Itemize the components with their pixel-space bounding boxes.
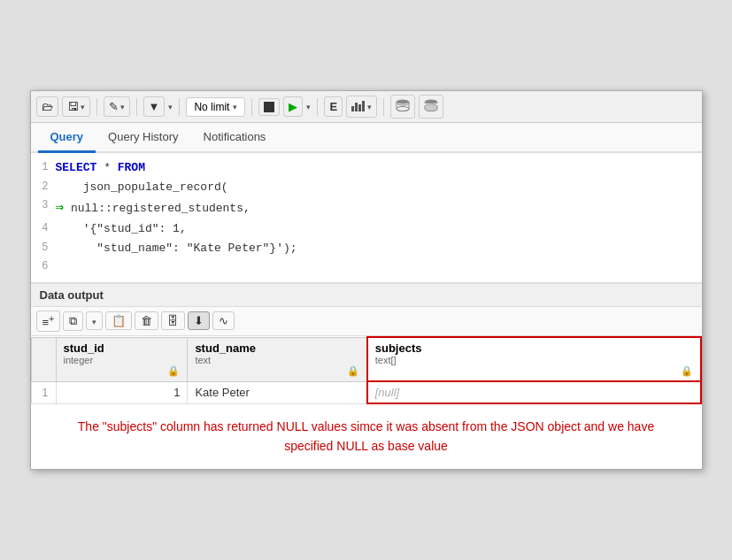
- limit-dropdown[interactable]: No limit ▾: [186, 97, 245, 117]
- editor-line-3: 3 ⇒ null::registered_students,: [31, 196, 702, 219]
- editor-line-1: 1 SELECT * FROM: [31, 158, 702, 178]
- delete-icon: 🗑: [141, 314, 152, 327]
- save-chevron-icon: ▾: [81, 103, 85, 111]
- filter-chevron-icon: ▾: [168, 103, 173, 111]
- limit-chevron-icon: ▾: [233, 103, 237, 111]
- tab-query-history[interactable]: Query History: [96, 123, 190, 153]
- separator-4: [251, 98, 252, 116]
- toolbar: 🗁 🖫 ▾ ✎ ▾ ▼ ▾ No limit ▾ ▶ ▾ E: [31, 91, 702, 123]
- save-button[interactable]: 🖫 ▾: [62, 96, 90, 117]
- lock-icon-subjects: 🔒: [681, 365, 693, 377]
- table-header-row: stud_id integer 🔒 stud_name text 🔒 subje…: [31, 337, 701, 381]
- run-chevron-icon: ▾: [306, 103, 311, 111]
- svg-point-6: [425, 100, 437, 104]
- col-header-stud-id: stud_id integer 🔒: [56, 337, 188, 381]
- db2-button[interactable]: [419, 95, 443, 119]
- graph-button[interactable]: ∿: [212, 311, 235, 330]
- limit-label: No limit: [194, 101, 229, 113]
- chart-button[interactable]: ▾: [346, 96, 377, 118]
- note-text: The "subjects" column has returned NULL …: [31, 404, 702, 469]
- db1-button[interactable]: [390, 95, 415, 119]
- editor-line-6: 6: [31, 257, 702, 277]
- copy-dropdown-button[interactable]: ▾: [86, 311, 103, 330]
- add-row-icon: ≡+: [42, 316, 55, 329]
- filter-button[interactable]: ▼: [143, 96, 166, 117]
- svg-point-4: [397, 100, 409, 104]
- copy-icon: ⧉: [69, 314, 77, 327]
- col-header-subjects: subjects text[] 🔒: [367, 337, 701, 381]
- chart-icon: [351, 99, 366, 114]
- editor-line-5: 5 "stud_name": "Kate Peter"}');: [31, 239, 702, 258]
- add-row-button[interactable]: ≡+: [36, 311, 61, 332]
- run-icon: ▶: [289, 100, 297, 113]
- svg-point-5: [397, 107, 409, 111]
- main-window: 🗁 🖫 ▾ ✎ ▾ ▼ ▾ No limit ▾ ▶ ▾ E: [30, 90, 703, 470]
- operator-star: *: [104, 161, 118, 174]
- data-output-label: Data output: [31, 283, 702, 307]
- copy-chevron-icon: ▾: [92, 318, 96, 326]
- col-header-stud-name: stud_name text 🔒: [188, 337, 367, 381]
- lock-icon-stud-name: 🔒: [347, 365, 359, 377]
- separator-5: [317, 98, 318, 116]
- svg-rect-0: [351, 106, 354, 111]
- edit-chevron-icon: ▾: [120, 103, 125, 111]
- filter-icon: ▼: [149, 100, 160, 113]
- separator-2: [136, 98, 137, 116]
- cell-subjects: [null]: [367, 381, 701, 403]
- data-table-container: stud_id integer 🔒 stud_name text 🔒 subje…: [31, 336, 702, 404]
- save-icon: 🖫: [67, 100, 79, 113]
- keyword-select: SELECT: [56, 161, 97, 174]
- explain-button[interactable]: E: [324, 96, 343, 117]
- table-row: 1 1 Kate Peter [null]: [31, 381, 701, 403]
- separator-1: [96, 98, 97, 116]
- svg-rect-2: [358, 104, 361, 111]
- lock-icon-stud-id: 🔒: [167, 365, 180, 377]
- arrow-indicator-icon: ⇒: [56, 200, 65, 216]
- row-num-cell: 1: [31, 381, 56, 403]
- paste-icon: 📋: [112, 314, 126, 327]
- tab-query[interactable]: Query: [38, 123, 96, 153]
- sql-editor[interactable]: 1 SELECT * FROM 2 json_populate_record( …: [31, 153, 702, 283]
- download-icon: ⬇: [194, 314, 204, 327]
- save-data-icon: 🗄: [167, 314, 179, 327]
- editor-line-2: 2 json_populate_record(: [31, 178, 702, 197]
- delete-button[interactable]: 🗑: [135, 311, 158, 330]
- db1-icon: [396, 98, 410, 115]
- stop-button[interactable]: [258, 98, 280, 116]
- output-toolbar: ≡+ ⧉ ▾ 📋 🗑 🗄 ⬇ ∿: [31, 307, 702, 336]
- save-data-button[interactable]: 🗄: [161, 311, 185, 330]
- editor-line-4: 4 '{"stud_id": 1,: [31, 219, 702, 239]
- folder-icon: 🗁: [42, 100, 53, 113]
- open-button[interactable]: 🗁: [36, 96, 58, 117]
- explain-icon: E: [329, 100, 337, 113]
- edit-button[interactable]: ✎ ▾: [104, 96, 130, 117]
- keyword-from: FROM: [118, 161, 145, 174]
- graph-icon: ∿: [219, 314, 228, 327]
- copy-button[interactable]: ⧉: [63, 311, 83, 331]
- chart-chevron-icon: ▾: [367, 103, 372, 111]
- db2-icon: [424, 98, 438, 115]
- separator-6: [383, 98, 384, 116]
- download-button[interactable]: ⬇: [188, 311, 210, 330]
- cell-stud-name: Kate Peter: [188, 381, 367, 403]
- svg-rect-1: [355, 103, 358, 111]
- pencil-icon: ✎: [109, 100, 119, 113]
- data-table: stud_id integer 🔒 stud_name text 🔒 subje…: [31, 336, 702, 404]
- stop-icon: [264, 102, 274, 112]
- cell-stud-id: 1: [56, 381, 188, 403]
- tab-notifications[interactable]: Notifications: [191, 123, 279, 153]
- row-num-header: [31, 337, 56, 381]
- separator-3: [179, 98, 180, 116]
- svg-rect-3: [362, 101, 365, 111]
- run-button[interactable]: ▶: [283, 96, 303, 117]
- paste-button[interactable]: 📋: [105, 311, 132, 330]
- tabs-bar: Query Query History Notifications: [31, 123, 702, 153]
